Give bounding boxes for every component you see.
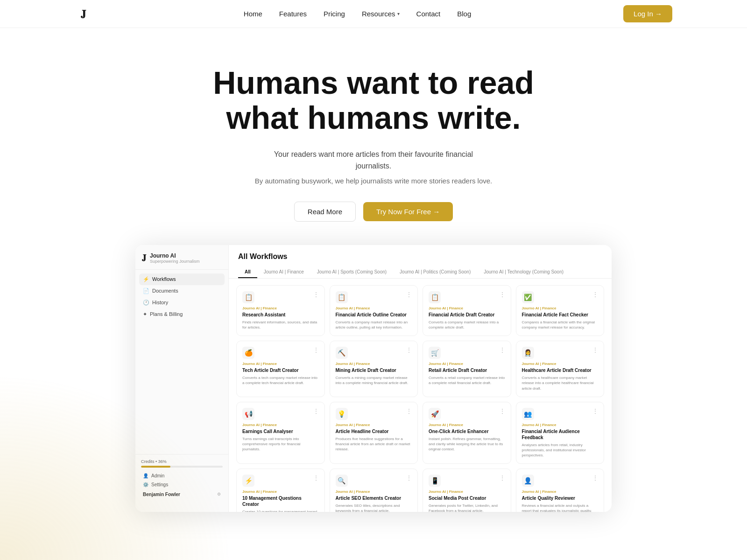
card-menu-icon[interactable]: ⋮ — [313, 291, 319, 298]
card-desc: Creates 10 questions for management base… — [242, 509, 319, 512]
card-menu-icon[interactable]: ⋮ — [500, 475, 505, 481]
card-menu-icon[interactable]: ⋮ — [500, 408, 505, 414]
credits-fill — [141, 466, 170, 468]
card-menu-icon[interactable]: ⋮ — [592, 475, 598, 481]
card-icon: 🔍 — [336, 475, 348, 487]
card-title: One-Click Article Enhancer — [429, 428, 505, 434]
card-menu-icon[interactable]: ⋮ — [406, 291, 412, 298]
workflow-card[interactable]: 📋 ⋮ Journo AI | Finance Research Assista… — [236, 285, 325, 336]
tab-all[interactable]: All — [238, 266, 257, 278]
card-title: Healthcare Article Draft Creator — [522, 367, 599, 373]
admin-icon: 👤 — [143, 473, 148, 478]
card-icon: 📋 — [336, 291, 348, 303]
nav-item-features[interactable]: Features — [279, 10, 307, 18]
card-category: Journo AI | Finance — [242, 490, 319, 494]
logo-icon: 𝐉 — [75, 6, 92, 22]
tab-finance[interactable]: Journo AI | Finance — [257, 266, 310, 278]
hero-subtitle-2: By automating busywork, we help journali… — [9, 177, 738, 185]
workflow-card[interactable]: ⚡ ⋮ Journo AI | Finance 10 Management Qu… — [236, 469, 325, 512]
card-menu-icon[interactable]: ⋮ — [313, 408, 319, 414]
card-category: Journo AI | Finance — [522, 306, 599, 310]
sidebar-item-admin[interactable]: 👤 Admin — [141, 471, 223, 480]
sidebar-header: 𝐉 Journo AI Superpowering Journalism — [135, 252, 228, 270]
workflow-card[interactable]: 🔍 ⋮ Journo AI | Finance Article SEO Elem… — [330, 469, 418, 512]
navbar: 𝐉 Home Features Pricing Resources ▾ Cont… — [0, 0, 747, 28]
card-menu-icon[interactable]: ⋮ — [313, 475, 319, 481]
card-menu-icon[interactable]: ⋮ — [406, 475, 412, 481]
main-header: All Workflows All Journo AI | Finance Jo… — [229, 245, 612, 279]
card-icon: 🍊 — [242, 347, 254, 359]
card-title: Financial Article Outline Creator — [336, 312, 412, 318]
card-desc: Converts a retail company market release… — [429, 375, 505, 385]
card-icon: 📋 — [242, 291, 254, 303]
sidebar-footer-nav: 👤 Admin ⚙️ Settings — [141, 471, 223, 489]
workflow-card[interactable]: 🚀 ⋮ Journo AI | Finance One-Click Articl… — [423, 402, 511, 464]
card-title: Financial Article Draft Creator — [429, 312, 505, 318]
read-more-button[interactable]: Read More — [294, 202, 356, 222]
workflow-card[interactable]: 📋 ⋮ Journo AI | Finance Financial Articl… — [330, 285, 418, 336]
card-title: Social Media Post Creator — [429, 495, 505, 501]
workflow-card[interactable]: 🛒 ⋮ Journo AI | Finance Retail Article D… — [423, 341, 511, 397]
card-title: Mining Article Draft Creator — [336, 367, 412, 373]
sidebar-item-documents[interactable]: 📄 Documents — [139, 285, 225, 297]
billing-icon: ✦ — [143, 311, 147, 317]
sidebar-item-settings[interactable]: ⚙️ Settings — [141, 480, 223, 489]
credits-bar — [141, 466, 223, 468]
card-desc: Instant polish. Refines grammar, formatt… — [429, 436, 505, 452]
card-desc: Generates posts for Twitter, LinkedIn, a… — [429, 503, 505, 512]
sidebar-footer: Credits • 36% 👤 Admin ⚙️ Settings — [135, 454, 228, 504]
card-category: Journo AI | Finance — [429, 423, 505, 427]
nav-item-blog[interactable]: Blog — [457, 10, 471, 18]
login-button[interactable]: Log In → — [623, 5, 672, 22]
card-menu-icon[interactable]: ⋮ — [592, 291, 598, 298]
workflow-card[interactable]: 🍊 ⋮ Journo AI | Finance Tech Article Dra… — [236, 341, 325, 397]
workflow-card[interactable]: ⛏️ ⋮ Journo AI | Finance Mining Article … — [330, 341, 418, 397]
card-category: Journo AI | Finance — [522, 490, 599, 494]
try-now-button[interactable]: Try Now For Free → — [363, 202, 453, 221]
workflow-card[interactable]: 💡 ⋮ Journo AI | Finance Article Headline… — [330, 402, 418, 464]
workflow-card[interactable]: ✅ ⋮ Journo AI | Finance Financial Articl… — [516, 285, 605, 336]
card-icon: 📋 — [429, 291, 441, 303]
tab-technology[interactable]: Journo AI | Technology (Coming Soon) — [477, 266, 570, 278]
main-content: All Workflows All Journo AI | Finance Jo… — [229, 245, 612, 512]
card-icon: ✅ — [522, 291, 534, 303]
tab-politics[interactable]: Journo AI | Politics (Coming Soon) — [393, 266, 477, 278]
credits-label: Credits • 36% — [141, 459, 223, 464]
nav-item-pricing[interactable]: Pricing — [324, 10, 345, 18]
nav-item-resources[interactable]: Resources ▾ — [362, 10, 400, 18]
card-icon: 👥 — [522, 408, 534, 420]
logo[interactable]: 𝐉 — [75, 6, 92, 22]
nav-links: Home Features Pricing Resources ▾ Contac… — [244, 10, 472, 18]
sidebar-item-billing[interactable]: ✦ Plans & Billing — [139, 308, 225, 320]
card-category: Journo AI | Finance — [429, 490, 505, 494]
card-icon: 📱 — [429, 475, 441, 487]
card-icon: 👩‍⚕️ — [522, 347, 534, 359]
card-menu-icon[interactable]: ⋮ — [592, 408, 598, 414]
card-menu-icon[interactable]: ⋮ — [592, 347, 598, 353]
card-desc: Compares a financial article with the or… — [522, 320, 599, 330]
card-menu-icon[interactable]: ⋮ — [313, 347, 319, 353]
card-category: Journo AI | Finance — [522, 423, 599, 427]
card-menu-icon[interactable]: ⋮ — [406, 408, 412, 414]
sidebar-user[interactable]: Benjamin Fowler ⚙ — [141, 489, 223, 500]
workflow-card[interactable]: 👤 ⋮ Journo AI | Finance Article Quality … — [516, 469, 605, 512]
tabs: All Journo AI | Finance Journo AI | Spor… — [238, 266, 602, 278]
card-menu-icon[interactable]: ⋮ — [406, 347, 412, 353]
workflow-card[interactable]: 📢 ⋮ Journo AI | Finance Earnings Call An… — [236, 402, 325, 464]
credits-bar-container: Credits • 36% — [141, 459, 223, 468]
sidebar-item-history[interactable]: 🕐 History — [139, 297, 225, 308]
tab-sports[interactable]: Journo AI | Sports (Coming Soon) — [310, 266, 393, 278]
card-menu-icon[interactable]: ⋮ — [500, 291, 505, 298]
workflow-card[interactable]: 📋 ⋮ Journo AI | Finance Financial Articl… — [423, 285, 511, 336]
card-title: Earnings Call Analyser — [242, 428, 319, 434]
nav-item-home[interactable]: Home — [244, 10, 262, 18]
workflow-card[interactable]: 👩‍⚕️ ⋮ Journo AI | Finance Healthcare Ar… — [516, 341, 605, 397]
workflow-card[interactable]: 👥 ⋮ Journo AI | Finance Financial Articl… — [516, 402, 605, 464]
card-category: Journo AI | Finance — [522, 362, 599, 366]
workflows-icon: ⚡ — [143, 276, 149, 282]
nav-item-contact[interactable]: Contact — [416, 10, 441, 18]
workflow-card[interactable]: 📱 ⋮ Journo AI | Finance Social Media Pos… — [423, 469, 511, 512]
sidebar-item-workflows[interactable]: ⚡ Workflows — [139, 273, 225, 285]
card-category: Journo AI | Finance — [336, 490, 412, 494]
card-menu-icon[interactable]: ⋮ — [500, 347, 505, 353]
